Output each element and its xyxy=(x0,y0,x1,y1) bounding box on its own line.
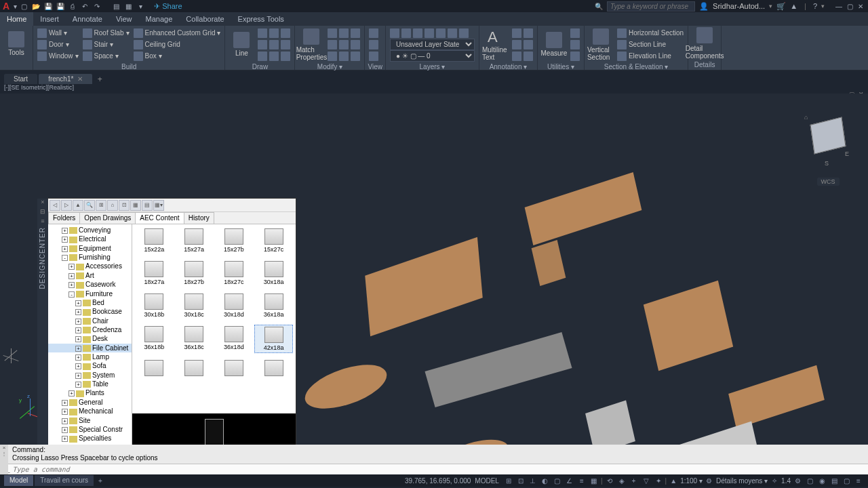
content-item[interactable]: 30x18b xyxy=(135,292,174,319)
scale-button[interactable]: 1:100 ▾ xyxy=(680,477,703,485)
tab-collaborate[interactable]: Collaborate xyxy=(179,12,231,26)
cycle-icon[interactable]: ⟲ xyxy=(604,475,615,486)
content-item[interactable]: 15x27a xyxy=(175,227,214,254)
model-table[interactable] xyxy=(301,356,391,417)
dc-tab-drawings[interactable]: Open Drawings xyxy=(79,212,136,224)
gizmo-icon[interactable]: ✦ xyxy=(653,475,664,486)
transparency-icon[interactable]: ▦ xyxy=(589,475,599,486)
tab-view[interactable]: View xyxy=(109,12,139,26)
viewport-controls[interactable]: [-][SE Isometric][Realistic] —▢✕ xyxy=(0,84,868,94)
tab-start[interactable]: Start xyxy=(4,74,37,84)
palette-pin-icon[interactable]: ⊟ xyxy=(37,208,48,218)
palette-titlebar[interactable]: × ⊟ ≡ DESIGNCENTER xyxy=(37,199,48,445)
lwt-icon[interactable]: ≡ xyxy=(576,475,587,486)
tree-item[interactable]: +Credenza xyxy=(48,325,132,334)
fwd-icon[interactable]: ▷ xyxy=(61,200,72,211)
3dosnap-icon[interactable]: ◈ xyxy=(616,475,627,486)
tab-insert[interactable]: Insert xyxy=(33,12,66,26)
tree-item[interactable]: +Specialties xyxy=(48,434,132,443)
tree-item[interactable]: +Desk xyxy=(48,334,132,343)
content-item[interactable]: 36x18a xyxy=(254,292,293,319)
user-icon[interactable]: 👤 xyxy=(699,2,709,11)
hardware-icon[interactable]: ▤ xyxy=(829,475,840,486)
dc-tree[interactable]: +Conveying+Electrical+Equipment-Furnishi… xyxy=(48,224,132,445)
content-item[interactable]: 42x18a xyxy=(254,325,293,353)
fav-icon[interactable]: ⊞ xyxy=(96,200,106,211)
tree-item[interactable]: +Electrical xyxy=(48,235,132,243)
preview-icon[interactable]: ▦ xyxy=(130,200,141,211)
model-button[interactable]: MODEL xyxy=(475,477,499,485)
tree-item[interactable]: +Bed xyxy=(48,298,132,307)
content-item[interactable]: 36x18b xyxy=(135,325,174,353)
vsection-button[interactable]: Vertical Section xyxy=(587,27,614,62)
cmd-handle-icon[interactable]: ⋮ xyxy=(1,451,7,457)
content-item[interactable]: 18x27a xyxy=(135,260,174,287)
dyn-icon[interactable]: + xyxy=(629,475,639,486)
gear-icon[interactable]: ⚙ xyxy=(704,475,715,486)
tree-item[interactable]: +File Cabinet xyxy=(48,344,132,352)
app-icon[interactable]: ▲ xyxy=(790,2,797,10)
annoscale-icon[interactable]: ▲ xyxy=(668,475,679,486)
tree-item[interactable]: +Conveying xyxy=(48,226,132,235)
content-item[interactable]: 36x18d xyxy=(215,325,254,353)
model-tab[interactable]: Model xyxy=(4,475,33,486)
tree-item[interactable]: +Accessories xyxy=(48,262,132,270)
model-credenza[interactable] xyxy=(673,422,761,445)
content-item[interactable] xyxy=(135,359,174,379)
content-item[interactable]: 36x18c xyxy=(175,325,214,353)
coords[interactable]: 39.765, 16.695, 0.000 xyxy=(405,477,471,485)
tab-expresstools[interactable]: Express Tools xyxy=(231,12,291,26)
wcs-button[interactable]: WCS xyxy=(817,178,840,186)
back-icon[interactable]: ◁ xyxy=(50,200,60,211)
up-icon[interactable]: ▲ xyxy=(73,200,83,211)
model-desk[interactable] xyxy=(728,365,825,428)
otrack-icon[interactable]: ∠ xyxy=(564,475,575,486)
door-button[interactable]: Door ▾ xyxy=(36,39,80,50)
desc-icon[interactable]: ▤ xyxy=(142,200,153,211)
share-button[interactable]: ✈ Share xyxy=(154,2,182,11)
snap-icon[interactable]: ⊡ xyxy=(515,475,526,486)
command-input[interactable] xyxy=(13,466,865,473)
ortho-icon[interactable]: ⊥ xyxy=(528,475,538,486)
ceiling-grid-button[interactable]: Ceiling Grid xyxy=(132,39,222,50)
cmd-close-icon[interactable]: × xyxy=(3,445,6,451)
viewport[interactable]: x y z ⌂ S E WCS × ⊟ ≡ DESIGNCENTER ◁ ▷ ▲… xyxy=(0,94,868,445)
model-countertop[interactable] xyxy=(425,332,572,407)
tree-item[interactable]: +Bookcase xyxy=(48,307,132,316)
plot-icon[interactable]: ⎙ xyxy=(67,1,78,12)
viewcube-cube[interactable] xyxy=(810,117,846,154)
wall-button[interactable]: Wall ▾ xyxy=(36,27,80,39)
osnap-icon[interactable]: ▢ xyxy=(552,475,563,486)
detail-level[interactable]: Détails moyens ▾ xyxy=(716,477,768,485)
qat-dropdown-icon[interactable]: ▾ xyxy=(135,1,146,12)
tab-manage[interactable]: Manage xyxy=(139,12,180,26)
help-dropdown-icon[interactable]: ▾ xyxy=(821,3,825,9)
saveas-icon[interactable]: 💾 xyxy=(55,1,66,12)
search-input[interactable] xyxy=(607,1,695,12)
redo-icon[interactable]: ↷ xyxy=(92,1,102,12)
palette-close-icon[interactable]: × xyxy=(37,199,48,208)
detail-components-button[interactable]: Detail Components xyxy=(691,27,718,60)
tab-home[interactable]: Home xyxy=(0,12,33,26)
tree-item[interactable]: +Art xyxy=(48,271,132,280)
mtext-button[interactable]: AMultiline Text xyxy=(482,27,509,62)
user-dropdown-icon[interactable]: ▾ xyxy=(769,3,772,9)
content-item[interactable]: 18x27c xyxy=(215,260,254,287)
filter-icon[interactable]: ▽ xyxy=(641,475,652,486)
model-table[interactable] xyxy=(431,432,513,445)
dc-grid[interactable]: 15x22a15x27a15x27b15x27c18x27a18x27b18x2… xyxy=(132,224,296,413)
menu-dropdown-icon[interactable]: ▾ xyxy=(14,3,17,10)
layout-add-icon[interactable]: + xyxy=(95,475,106,486)
tree-item[interactable]: +Plants xyxy=(48,388,132,397)
polar-icon[interactable]: ◐ xyxy=(540,475,551,486)
content-item[interactable]: 15x22a xyxy=(135,227,174,254)
content-item[interactable]: 15x27b xyxy=(215,227,254,254)
open-icon[interactable]: 📂 xyxy=(31,1,41,12)
tree-item[interactable]: +Chair xyxy=(48,317,132,325)
content-item[interactable]: 30x18d xyxy=(215,292,254,319)
user-name[interactable]: Sridhar-Autod... xyxy=(713,2,765,10)
project2-icon[interactable]: ▦ xyxy=(123,1,134,12)
model-desk[interactable] xyxy=(525,172,642,245)
tree-item[interactable]: +Site xyxy=(48,416,132,425)
dc-tab-aec[interactable]: AEC Content xyxy=(135,212,184,224)
